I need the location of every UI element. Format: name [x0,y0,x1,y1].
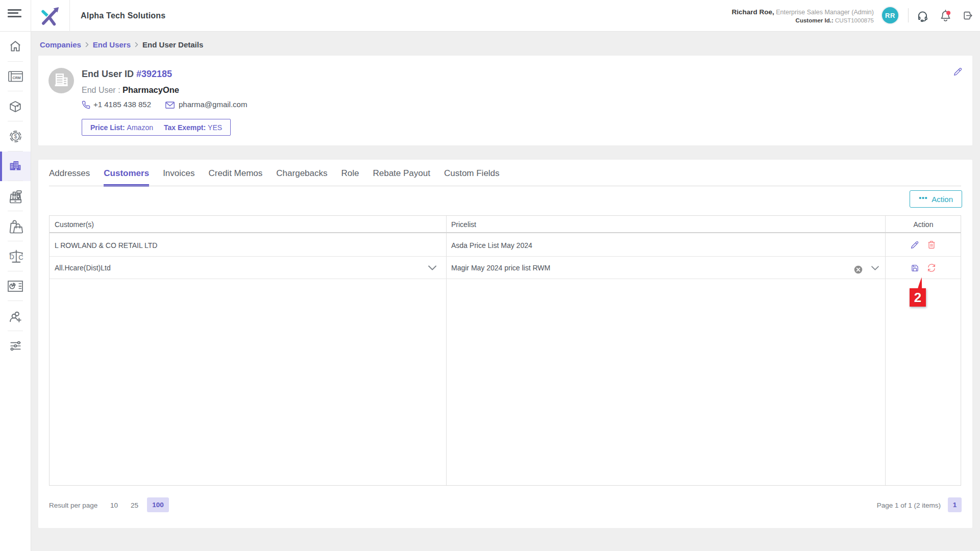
svg-text:2: 2 [914,290,921,305]
svg-text:C: C [18,254,23,261]
svg-text:D: D [9,253,14,261]
svg-text:CRM: CRM [12,76,20,80]
svg-text:$: $ [14,133,17,139]
